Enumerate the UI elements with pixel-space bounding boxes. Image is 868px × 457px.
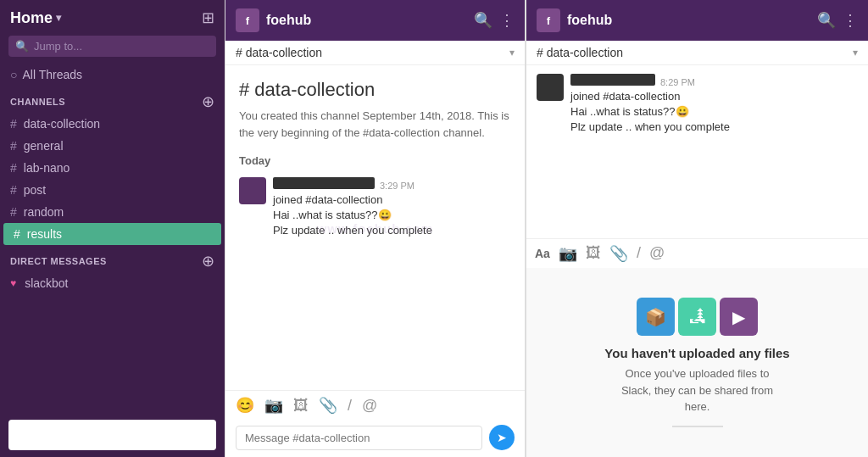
more-icon[interactable]: ⋮	[843, 11, 858, 30]
attach-icon[interactable]: 📎	[319, 396, 337, 415]
sidebar: Home ▾ ⊞ 🔍 ○ All Threads CHANNELS ⊕ # da…	[0, 0, 225, 457]
emoji-icon[interactable]: 😊	[236, 396, 254, 415]
hash-icon: #	[10, 139, 17, 153]
joined-text: joined #data-collection	[273, 192, 511, 208]
avatar	[537, 74, 564, 101]
today-divider: Today	[239, 154, 511, 167]
right-input-toolbar: Aa 📷 🖼 📎 / @	[526, 238, 868, 268]
message-meta: 8:29 PM	[570, 74, 858, 87]
files-description: Once you've uploaded files to Slack, the…	[621, 365, 774, 415]
search-bar[interactable]: 🔍	[8, 36, 216, 57]
right-channel-bar[interactable]: # data-collection ▾	[526, 41, 868, 65]
sidebar-title[interactable]: Home ▾	[10, 9, 61, 27]
camera-icon[interactable]: 📷	[559, 244, 577, 263]
workspace-name: foehub	[266, 13, 467, 28]
channel-name: random	[24, 205, 64, 219]
sender-name-redacted	[273, 177, 375, 189]
message-content: 8:29 PM joined #data-collection Hai ..wh…	[570, 74, 858, 136]
workspace-avatar: f	[537, 8, 560, 32]
channel-name: # data-collection	[236, 46, 322, 59]
message-input[interactable]	[236, 426, 482, 450]
middle-panel: f foehub 🔍 ⋮ # data-collection ▾ # data-…	[225, 0, 526, 457]
file-zip-icon: 📦	[637, 298, 675, 336]
workspace-name: foehub	[567, 13, 810, 28]
message-row: 3:29 PM joined #data-collection Hai ..wh…	[239, 177, 511, 239]
files-icon-row: 📦 🏞 ▶	[637, 298, 758, 336]
search-icon[interactable]: 🔍	[817, 11, 836, 30]
message-line2: Plz update .. when you complete	[273, 223, 511, 238]
channel-post[interactable]: # post	[0, 179, 225, 201]
joined-text: joined #data-collection	[570, 89, 858, 104]
message-line1: Hai ..what is status??😀	[273, 208, 511, 223]
search-input[interactable]	[34, 40, 209, 53]
grid-icon[interactable]: ⊞	[202, 8, 214, 27]
text-format-icon[interactable]: Aa	[535, 247, 550, 260]
channels-section-header: CHANNELS ⊕	[0, 86, 225, 113]
dm-label: DIRECT MESSAGES	[10, 256, 107, 266]
message-content: 3:29 PM joined #data-collection Hai ..wh…	[273, 177, 511, 239]
dm-slackbot[interactable]: ♥ slackbot	[0, 272, 225, 294]
attach-icon[interactable]: 📎	[609, 244, 628, 263]
input-toolbar: 😊 📷 🖼 📎 / @	[225, 390, 525, 420]
channel-data-collection[interactable]: # data-collection	[0, 113, 225, 135]
sender-name-redacted	[570, 74, 655, 86]
hash-icon: #	[10, 117, 17, 131]
at-icon[interactable]: @	[649, 244, 665, 262]
send-button[interactable]: ➤	[489, 425, 515, 450]
channel-bar[interactable]: # data-collection ▾	[225, 41, 525, 65]
search-icon: 🔍	[15, 40, 29, 53]
channel-name: post	[24, 183, 46, 197]
channel-name: results	[27, 227, 62, 241]
add-channel-button[interactable]: ⊕	[202, 94, 214, 109]
sidebar-message-input[interactable]	[8, 420, 216, 450]
files-title: You haven't uploaded any files	[604, 346, 789, 360]
all-threads-label: All Threads	[22, 68, 82, 81]
camera-icon[interactable]: 📷	[264, 396, 283, 415]
right-chat-area: 8:29 PM joined #data-collection Hai ..wh…	[526, 65, 868, 238]
channels-label: CHANNELS	[10, 97, 65, 107]
dm-name: slackbot	[25, 276, 68, 290]
message-input-area: ➤	[225, 420, 525, 457]
sidebar-header: Home ▾ ⊞	[0, 0, 225, 36]
workspace-initial: f	[547, 14, 550, 27]
right-header: f foehub 🔍 ⋮	[526, 0, 868, 41]
image-icon[interactable]: 🖼	[586, 244, 601, 262]
dm-section-header: DIRECT MESSAGES ⊕	[0, 245, 225, 272]
home-label: Home	[10, 9, 53, 27]
message-meta: 3:29 PM	[273, 177, 511, 191]
search-icon[interactable]: 🔍	[474, 11, 492, 30]
chat-area: # data-collection You created this chann…	[225, 65, 525, 390]
threads-icon: ○	[10, 68, 17, 81]
chevron-down-icon: ▾	[509, 47, 515, 59]
image-icon[interactable]: 🖼	[293, 397, 309, 415]
channel-name: lab-nano	[24, 161, 70, 175]
channel-random[interactable]: # random	[0, 201, 225, 223]
hash-icon: #	[10, 161, 17, 175]
slash-icon[interactable]: /	[348, 397, 352, 415]
channel-name: general	[24, 139, 64, 153]
avatar	[239, 177, 266, 204]
right-panel: f foehub 🔍 ⋮ # data-collection ▾ 8:29 PM…	[526, 0, 868, 457]
message-row: 8:29 PM joined #data-collection Hai ..wh…	[537, 74, 858, 136]
file-video-icon: ▶	[720, 298, 758, 336]
heart-icon: ♥	[10, 277, 16, 289]
more-icon[interactable]: ⋮	[499, 11, 515, 30]
message-line1: Hai ..what is status??😀	[570, 104, 858, 120]
workspace-avatar: f	[236, 8, 259, 32]
middle-header: f foehub 🔍 ⋮	[225, 0, 525, 41]
chevron-down-icon: ▾	[56, 12, 61, 24]
all-threads-item[interactable]: ○ All Threads	[0, 64, 225, 86]
channel-lab-nano[interactable]: # lab-nano	[0, 157, 225, 179]
slash-icon[interactable]: /	[637, 244, 641, 262]
channel-name: # data-collection	[537, 46, 623, 59]
chevron-down-icon: ▾	[853, 47, 858, 59]
message-time: 3:29 PM	[380, 181, 415, 191]
message-line2: Plz update .. when you complete	[570, 120, 858, 135]
hash-icon: #	[10, 205, 17, 219]
hash-icon: #	[10, 183, 17, 197]
file-image-icon: 🏞	[678, 298, 716, 336]
add-dm-button[interactable]: ⊕	[202, 254, 214, 269]
channel-general[interactable]: # general	[0, 135, 225, 157]
channel-results[interactable]: # results	[3, 223, 221, 245]
at-icon[interactable]: @	[362, 397, 377, 415]
